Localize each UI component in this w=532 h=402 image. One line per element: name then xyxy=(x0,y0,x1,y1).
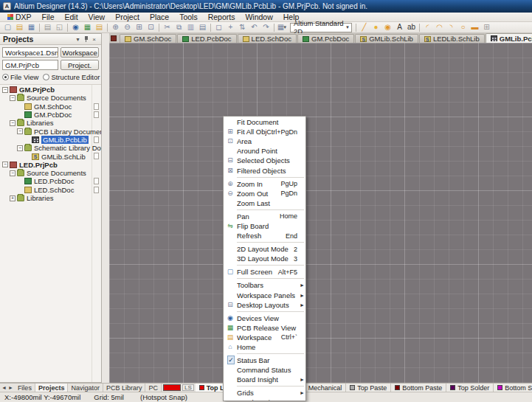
tree-item-gm-pcbdoc[interactable]: GM.PcbDoc xyxy=(0,111,101,119)
workspace-button[interactable]: Workspace xyxy=(61,47,99,58)
panel-close-icon[interactable]: × xyxy=(90,36,98,43)
pcb-release-view-icon[interactable]: ▦ xyxy=(82,23,93,32)
doc-tab-gmlib-pcblib[interactable]: GMLib.PcbLib xyxy=(486,33,532,43)
menu-item-pcb-release-view[interactable]: ▦PCB Release View xyxy=(224,323,305,333)
open-document-icon[interactable]: ▤ xyxy=(14,23,25,32)
menu-item-filtered-objects[interactable]: ⊠Filtered Objects xyxy=(224,165,305,175)
panel-tab-pc[interactable]: PC xyxy=(145,384,162,392)
doc-tab-led-pcbdoc[interactable]: LED.PcbDoc xyxy=(177,34,236,43)
collapse-icon[interactable]: − xyxy=(17,145,23,151)
menu-place[interactable]: Place xyxy=(145,13,174,21)
doc-tab-gm-schdoc[interactable]: GM.SchDoc xyxy=(120,34,176,43)
collapse-icon[interactable]: − xyxy=(10,170,15,176)
tree-item-gm-schdoc[interactable]: GM.SchDoc xyxy=(0,103,101,111)
open-workspace-icon[interactable]: ▤ xyxy=(94,23,105,32)
layer-tab-top-solder[interactable]: Top Solder xyxy=(446,384,494,392)
tree-item-libraries[interactable]: +Libraries xyxy=(0,194,101,202)
tree-item-gmlib-schlib[interactable]: SGMLib.SchLib xyxy=(0,152,101,160)
place-pad-icon[interactable]: ● xyxy=(370,23,381,32)
browse-devices-icon[interactable]: ◉ xyxy=(70,23,81,32)
menu-project[interactable]: Project xyxy=(110,13,145,21)
panel-dropdown-icon[interactable]: ▾ xyxy=(74,36,82,43)
layer-sets-button[interactable]: LS xyxy=(182,384,194,391)
expand-icon[interactable]: + xyxy=(10,195,15,201)
current-layer-swatch[interactable] xyxy=(163,384,181,391)
grid-manager-icon[interactable]: ▦▼ xyxy=(277,23,288,32)
print-preview-icon[interactable]: ◱ xyxy=(54,23,65,32)
collapse-icon[interactable]: − xyxy=(2,87,8,93)
doc-tab-gm-pcbdoc[interactable]: GM.PcbDoc xyxy=(297,34,354,43)
select-area-icon[interactable]: ◻ xyxy=(213,23,224,32)
place-arc-any-angle-icon[interactable]: ◝ xyxy=(446,23,457,32)
menu-item-workspace-panels[interactable]: Workspace Panels► xyxy=(224,291,305,300)
collapse-icon[interactable]: − xyxy=(10,95,15,101)
tree-item-schematic-library-documents[interactable]: −Schematic Library Documents xyxy=(0,144,101,152)
menu-window[interactable]: Window xyxy=(240,13,277,21)
tree-item-led-schdoc[interactable]: LED.SchDoc xyxy=(0,186,101,194)
menu-item-fit-document[interactable]: Fit Document xyxy=(224,117,305,127)
tabs-scroll-left-icon[interactable]: ◄ xyxy=(1,385,7,390)
menu-item-toolbars[interactable]: Toolbars► xyxy=(224,280,305,290)
redo-icon[interactable]: ↷ xyxy=(260,23,272,32)
tree-item-source-documents[interactable]: −Source Documents xyxy=(0,169,101,177)
menu-item-desktop-layouts[interactable]: ⊟Desktop Layouts► xyxy=(224,300,305,310)
layer-tab-bottom-solder[interactable]: Bottom Solder xyxy=(494,384,532,392)
paste-special-icon[interactable]: ⊞ xyxy=(481,23,492,32)
zoom-in-icon[interactable]: ⊕ xyxy=(110,23,121,32)
menu-item-grids[interactable]: Grids► xyxy=(224,388,305,398)
paste-array-icon[interactable]: ▤ xyxy=(197,23,208,32)
doc-tab-gmlib-schlib[interactable]: SGMLib.SchLib xyxy=(355,34,418,43)
tabs-scroll-right-icon[interactable]: ► xyxy=(8,385,13,390)
menu-item-status-bar[interactable]: ✓Status Bar xyxy=(224,356,305,365)
tree-item-pcb-library-documents[interactable]: −PCB Library Documents xyxy=(0,127,101,135)
menu-item-board-insight[interactable]: Board Insight► xyxy=(224,375,305,384)
tree-item-gm-prjpcb[interactable]: −GM.PrjPcb xyxy=(0,86,101,94)
menu-dxp[interactable]: DXP xyxy=(2,13,37,21)
panel-tab-files[interactable]: Files xyxy=(15,384,35,392)
undo-icon[interactable]: ↶ xyxy=(249,23,260,32)
menu-item-selected-objects[interactable]: ⊟Selected Objects xyxy=(224,156,305,165)
tree-item-gmlib-pcblib[interactable]: GMLib.PcbLib xyxy=(0,136,101,144)
collapse-icon[interactable]: − xyxy=(2,162,8,167)
menu-file[interactable]: File xyxy=(37,13,60,21)
menu-item-2d-layout-mode[interactable]: 2D Layout Mode2 xyxy=(224,244,305,254)
menu-item-command-status[interactable]: Command Status xyxy=(224,365,305,375)
menu-item-home[interactable]: ⌂Home xyxy=(224,342,305,352)
panel-splitter[interactable] xyxy=(102,33,109,383)
place-arc-edge-icon[interactable]: ◜ xyxy=(422,23,433,32)
menu-item-3d-layout-mode[interactable]: 3D Layout Mode3 xyxy=(224,254,305,263)
cut-icon[interactable]: ✂ xyxy=(162,23,173,32)
tree-item-source-documents[interactable]: −Source Documents xyxy=(0,94,101,102)
place-arc-center-icon[interactable]: ◠ xyxy=(434,23,445,32)
menu-item-fit-all-objects[interactable]: ⊞Fit All ObjectsCtrl+PgDn xyxy=(224,127,305,136)
menu-item-zoom-out[interactable]: ⊖Zoom OutPgDn xyxy=(224,189,305,198)
layer-tab-bottom-paste[interactable]: Bottom Paste xyxy=(391,384,446,392)
tree-item-led-prjpcb[interactable]: −LED.PrjPcb xyxy=(0,161,101,169)
layer-tab-top-paste[interactable]: Top Paste xyxy=(346,384,391,392)
menu-reports[interactable]: Reports xyxy=(203,13,241,21)
menu-item-toggle-units[interactable]: Toggle UnitsQ xyxy=(224,398,305,401)
place-full-circle-icon[interactable]: ○ xyxy=(457,23,469,32)
move-selection-icon[interactable]: + xyxy=(225,23,236,32)
project-select[interactable]: GM.PrjPcb xyxy=(2,60,58,70)
panel-tab-navigator[interactable]: Navigator xyxy=(68,384,103,392)
panel-tab-pcb-library[interactable]: PCB Library xyxy=(103,384,146,392)
zoom-area-icon[interactable]: ⊡ xyxy=(145,23,156,32)
menu-item-zoom-last[interactable]: Zoom Last xyxy=(224,198,305,208)
panel-pin-icon[interactable] xyxy=(82,35,90,43)
place-via-icon[interactable]: ◉ xyxy=(382,23,393,32)
menu-item-full-screen[interactable]: ▢Full ScreenAlt+F5 xyxy=(224,267,305,277)
reposition-icon[interactable]: ⇅ xyxy=(237,23,248,32)
menu-tools[interactable]: Tools xyxy=(174,13,203,21)
save-document-icon[interactable]: ▦ xyxy=(26,23,37,32)
menu-view[interactable]: View xyxy=(83,13,111,21)
collapse-icon[interactable]: − xyxy=(10,120,15,126)
new-document-icon[interactable]: ▢ xyxy=(2,23,13,32)
zoom-out-icon[interactable]: ⊖ xyxy=(122,23,133,32)
menu-item-pan[interactable]: PanHome xyxy=(224,212,305,221)
tree-item-libraries[interactable]: −Libraries xyxy=(0,119,101,127)
place-fill-icon[interactable]: ▬ xyxy=(469,23,480,32)
panel-tab-projects[interactable]: Projects xyxy=(35,384,69,392)
menu-item-around-point[interactable]: Around Point xyxy=(224,146,305,156)
place-line-icon[interactable]: ╱ xyxy=(359,23,370,32)
